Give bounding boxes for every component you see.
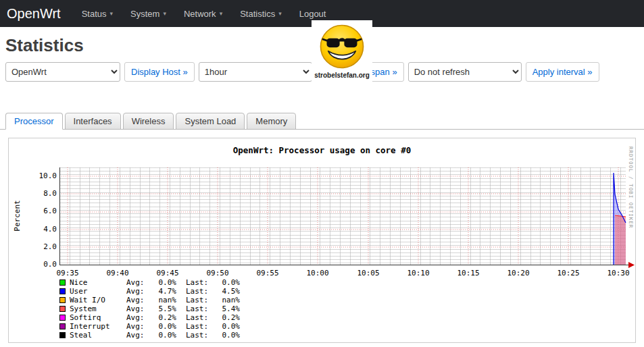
nav-item-status[interactable]: Status ▾ bbox=[73, 9, 122, 19]
rrdtool-watermark: RRDTOOL / TOBI OETIKER bbox=[628, 146, 634, 228]
nav-item-logout[interactable]: Logout bbox=[291, 9, 335, 19]
y-tick: 4.0 bbox=[34, 225, 57, 234]
legend-row: Nice Avg: 0.0% Last: 0.0% bbox=[59, 278, 240, 287]
legend-avg-label: Avg: bbox=[126, 322, 149, 331]
series-system-area bbox=[615, 215, 626, 265]
legend-avg-label: Avg: bbox=[126, 278, 149, 287]
nav-item-system[interactable]: System ▾ bbox=[122, 9, 175, 19]
x-tick: 10:25 bbox=[556, 269, 580, 277]
legend-last-label: Last: bbox=[186, 322, 213, 331]
x-tick: 10:15 bbox=[456, 269, 480, 277]
refresh-select[interactable]: Do not refresh bbox=[408, 62, 522, 82]
nav-item-label: Status bbox=[82, 9, 107, 19]
legend-last-value: 4.5% bbox=[213, 287, 240, 296]
x-axis-arrow-icon bbox=[628, 262, 635, 268]
legend-series-name: User bbox=[70, 287, 126, 296]
legend-avg-label: Avg: bbox=[126, 304, 149, 313]
host-select[interactable]: OpenWrt bbox=[5, 62, 120, 82]
legend-last-label: Last: bbox=[186, 287, 213, 296]
legend-avg-label: Avg: bbox=[126, 296, 149, 304]
tab-processor[interactable]: Processor bbox=[5, 113, 63, 130]
legend-avg-value: 0.0% bbox=[149, 322, 176, 331]
legend-series-name: Softirq bbox=[70, 313, 126, 322]
graph-control-bar: OpenWrt Display Host » 1hour Display tim… bbox=[5, 62, 599, 82]
legend-avg-value: 0.0% bbox=[149, 331, 176, 340]
legend-avg-value: 4.7% bbox=[149, 287, 176, 296]
y-tick: 0.0 bbox=[34, 261, 57, 269]
y-tick: 10.0 bbox=[34, 172, 57, 180]
plot-area bbox=[59, 167, 626, 265]
legend-last-value: 5.4% bbox=[213, 304, 240, 313]
x-tick: 10:00 bbox=[305, 269, 330, 277]
nav-item-label: Network bbox=[184, 9, 216, 19]
legend-series-name: Steal bbox=[70, 331, 126, 340]
legend-avg-value: nan% bbox=[149, 296, 176, 304]
legend-last-value: 0.0% bbox=[213, 322, 240, 331]
watermark-overlay: strobelstefan.org bbox=[312, 20, 372, 84]
legend-avg-label: Avg: bbox=[126, 313, 149, 322]
legend-last-value: 0.0% bbox=[213, 278, 240, 287]
x-tick: 09:35 bbox=[55, 269, 80, 277]
legend-last-label: Last: bbox=[186, 313, 213, 322]
legend-row: Wait I/O Avg: nan% Last: nan% bbox=[59, 296, 240, 304]
legend-avg-value: 5.5% bbox=[149, 304, 176, 313]
display-host-button[interactable]: Display Host » bbox=[124, 62, 195, 82]
legend-last-label: Last: bbox=[186, 296, 213, 304]
legend-swatch bbox=[59, 332, 66, 338]
graph-title: OpenWrt: Processor usage on core #0 bbox=[9, 145, 635, 155]
legend-row: Interrupt Avg: 0.0% Last: 0.0% bbox=[59, 322, 240, 331]
tab-interfaces[interactable]: Interfaces bbox=[65, 113, 121, 130]
legend-swatch bbox=[59, 306, 66, 312]
legend-last-value: nan% bbox=[213, 296, 240, 304]
graph-panel: OpenWrt: Processor usage on core #0 Perc… bbox=[8, 138, 636, 343]
tab-wireless[interactable]: Wireless bbox=[123, 113, 174, 130]
legend-avg-label: Avg: bbox=[126, 287, 149, 296]
x-tick: 09:45 bbox=[155, 269, 180, 277]
legend-row: System Avg: 5.5% Last: 5.4% bbox=[59, 304, 240, 313]
cpu-usage-plot-svg bbox=[59, 167, 635, 270]
x-tick: 10:05 bbox=[356, 269, 380, 277]
legend-avg-value: 0.0% bbox=[149, 278, 176, 287]
legend-swatch bbox=[59, 323, 66, 329]
legend-swatch bbox=[59, 288, 66, 294]
chevron-down-icon: ▾ bbox=[163, 10, 166, 17]
legend-series-name: Nice bbox=[70, 278, 126, 287]
chevron-down-icon: ▾ bbox=[220, 10, 223, 17]
x-tick: 10:30 bbox=[606, 269, 630, 277]
watermark-caption: strobelstefan.org bbox=[314, 72, 370, 79]
smiley-sunglasses-icon bbox=[318, 22, 366, 71]
timespan-select[interactable]: 1hour bbox=[199, 62, 312, 82]
legend-swatch bbox=[59, 279, 66, 286]
y-axis-label: Percent bbox=[13, 194, 22, 238]
tab-system-load[interactable]: System Load bbox=[176, 113, 245, 130]
legend-row: Softirq Avg: 0.2% Last: 0.2% bbox=[59, 313, 240, 322]
y-tick: 2.0 bbox=[34, 243, 57, 251]
legend-row: Steal Avg: 0.0% Last: 0.0% bbox=[59, 331, 240, 340]
legend-series-name: System bbox=[70, 304, 126, 313]
nav-item-label: Statistics bbox=[240, 9, 275, 19]
legend-swatch bbox=[59, 297, 66, 303]
x-tick: 10:20 bbox=[506, 269, 530, 277]
y-tick: 8.0 bbox=[34, 190, 57, 198]
apply-interval-button[interactable]: Apply interval » bbox=[526, 62, 599, 82]
chevron-down-icon: ▾ bbox=[110, 10, 114, 17]
x-tick: 10:10 bbox=[406, 269, 430, 277]
legend-last-label: Last: bbox=[186, 278, 213, 287]
nav-item-statistics[interactable]: Statistics ▾ bbox=[231, 9, 291, 19]
legend-series-name: Interrupt bbox=[70, 322, 126, 331]
tab-memory[interactable]: Memory bbox=[247, 113, 296, 130]
statistics-tabs: Processor Interfaces Wireless System Loa… bbox=[5, 113, 296, 130]
nav-item-label: System bbox=[130, 9, 159, 19]
graph-legend: Nice Avg: 0.0% Last: 0.0% User Avg: 4.7%… bbox=[59, 278, 240, 340]
legend-series-name: Wait I/O bbox=[70, 296, 126, 304]
x-tick: 09:50 bbox=[205, 269, 230, 277]
page-title: Statistics bbox=[5, 35, 84, 56]
legend-last-label: Last: bbox=[186, 331, 213, 340]
legend-last-value: 0.2% bbox=[213, 313, 240, 322]
chevron-down-icon: ▾ bbox=[278, 10, 282, 17]
legend-swatch bbox=[59, 315, 66, 321]
legend-last-value: 0.0% bbox=[213, 331, 240, 340]
nav-item-network[interactable]: Network ▾ bbox=[175, 9, 231, 19]
legend-last-label: Last: bbox=[186, 304, 213, 313]
openwrt-logo[interactable]: OpenWrt bbox=[7, 6, 61, 22]
